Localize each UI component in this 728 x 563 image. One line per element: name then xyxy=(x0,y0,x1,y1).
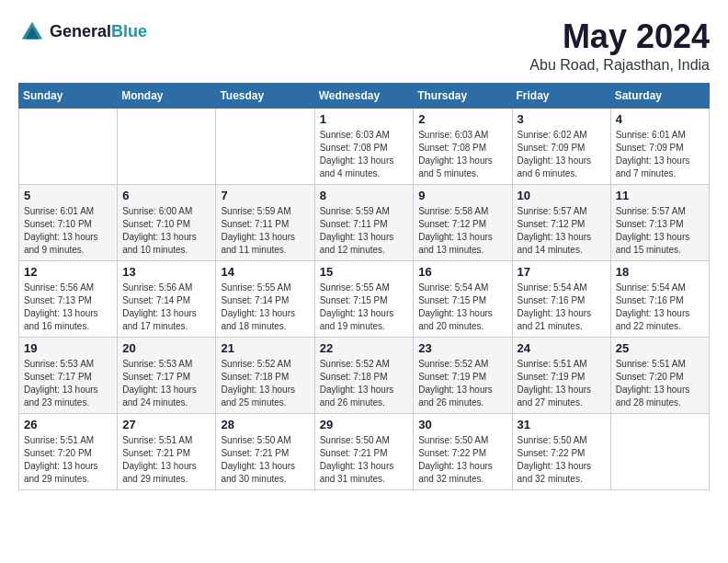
day-number: 28 xyxy=(221,418,309,431)
sunrise-text: Sunrise: 5:55 AM xyxy=(221,282,290,293)
sunset-text: Sunset: 7:11 PM xyxy=(221,219,289,229)
day-info: Sunrise: 5:56 AM Sunset: 7:14 PM Dayligh… xyxy=(122,282,210,333)
day-info: Sunrise: 5:54 AM Sunset: 7:16 PM Dayligh… xyxy=(518,282,606,333)
day-info: Sunrise: 5:54 AM Sunset: 7:16 PM Dayligh… xyxy=(616,282,704,333)
sunset-text: Sunset: 7:16 PM xyxy=(518,295,586,305)
day-info: Sunrise: 5:58 AM Sunset: 7:12 PM Dayligh… xyxy=(418,205,506,257)
sunrise-text: Sunrise: 5:57 AM xyxy=(616,206,686,216)
daylight-text: Daylight: 13 hours and 9 minutes. xyxy=(24,232,98,255)
sunset-text: Sunset: 7:22 PM xyxy=(418,448,486,458)
calendar-day: 14 Sunrise: 5:55 AM Sunset: 7:14 PM Dayl… xyxy=(216,260,314,337)
sunrise-text: Sunrise: 5:53 AM xyxy=(122,359,192,369)
day-info: Sunrise: 5:52 AM Sunset: 7:18 PM Dayligh… xyxy=(221,358,309,409)
sunset-text: Sunset: 7:08 PM xyxy=(320,143,388,153)
sunrise-text: Sunrise: 5:52 AM xyxy=(320,359,390,369)
daylight-text: Daylight: 13 hours and 14 minutes. xyxy=(518,232,592,255)
calendar-day: 8 Sunrise: 5:59 AM Sunset: 7:11 PM Dayli… xyxy=(314,184,414,260)
day-number: 30 xyxy=(418,418,506,431)
calendar-day: 28 Sunrise: 5:50 AM Sunset: 7:21 PM Dayl… xyxy=(216,413,314,489)
week-row-3: 12 Sunrise: 5:56 AM Sunset: 7:13 PM Dayl… xyxy=(19,260,710,337)
header-friday: Friday xyxy=(512,83,610,108)
calendar-day: 2 Sunrise: 6:03 AM Sunset: 7:08 PM Dayli… xyxy=(414,108,512,184)
week-row-1: 1 Sunrise: 6:03 AM Sunset: 7:08 PM Dayli… xyxy=(19,108,710,184)
daylight-text: Daylight: 13 hours and 12 minutes. xyxy=(320,232,394,255)
day-info: Sunrise: 6:03 AM Sunset: 7:08 PM Dayligh… xyxy=(320,129,409,180)
sunrise-text: Sunrise: 5:56 AM xyxy=(24,282,94,293)
daylight-text: Daylight: 13 hours and 25 minutes. xyxy=(221,385,295,408)
sunrise-text: Sunrise: 6:02 AM xyxy=(518,130,587,140)
calendar-day: 30 Sunrise: 5:50 AM Sunset: 7:22 PM Dayl… xyxy=(414,413,512,489)
daylight-text: Daylight: 13 hours and 23 minutes. xyxy=(24,385,98,408)
calendar-day: 10 Sunrise: 5:57 AM Sunset: 7:12 PM Dayl… xyxy=(512,184,610,260)
day-number: 27 xyxy=(122,418,210,431)
sunrise-text: Sunrise: 5:51 AM xyxy=(24,435,94,445)
week-row-2: 5 Sunrise: 6:01 AM Sunset: 7:10 PM Dayli… xyxy=(19,184,710,260)
sunrise-text: Sunrise: 5:59 AM xyxy=(221,206,290,216)
daylight-text: Daylight: 13 hours and 10 minutes. xyxy=(122,232,197,255)
day-info: Sunrise: 5:51 AM Sunset: 7:20 PM Dayligh… xyxy=(616,358,704,409)
location: Abu Road, Rajasthan, India xyxy=(529,57,710,74)
daylight-text: Daylight: 13 hours and 16 minutes. xyxy=(24,308,98,331)
day-info: Sunrise: 6:03 AM Sunset: 7:08 PM Dayligh… xyxy=(418,129,506,180)
sunset-text: Sunset: 7:10 PM xyxy=(24,219,92,229)
daylight-text: Daylight: 13 hours and 11 minutes. xyxy=(221,232,295,255)
calendar-day: 23 Sunrise: 5:52 AM Sunset: 7:19 PM Dayl… xyxy=(414,337,512,413)
day-info: Sunrise: 5:52 AM Sunset: 7:19 PM Dayligh… xyxy=(418,358,506,409)
day-number: 8 xyxy=(320,189,409,202)
sunrise-text: Sunrise: 5:52 AM xyxy=(221,359,290,369)
day-info: Sunrise: 5:53 AM Sunset: 7:17 PM Dayligh… xyxy=(122,358,210,409)
header-saturday: Saturday xyxy=(610,83,709,108)
daylight-text: Daylight: 13 hours and 32 minutes. xyxy=(418,461,493,484)
calendar-day: 24 Sunrise: 5:51 AM Sunset: 7:19 PM Dayl… xyxy=(512,337,610,413)
day-number: 1 xyxy=(320,112,409,126)
daylight-text: Daylight: 13 hours and 19 minutes. xyxy=(320,308,394,331)
sunrise-text: Sunrise: 6:03 AM xyxy=(320,130,390,140)
calendar-day: 27 Sunrise: 5:51 AM Sunset: 7:21 PM Dayl… xyxy=(118,413,216,489)
calendar-day xyxy=(118,108,216,184)
logo: GeneralBlue xyxy=(18,18,147,46)
day-number: 10 xyxy=(518,189,606,202)
sunset-text: Sunset: 7:12 PM xyxy=(518,219,586,229)
sunset-text: Sunset: 7:21 PM xyxy=(122,448,190,458)
day-info: Sunrise: 5:55 AM Sunset: 7:14 PM Dayligh… xyxy=(221,282,309,333)
calendar-day: 15 Sunrise: 5:55 AM Sunset: 7:15 PM Dayl… xyxy=(314,260,414,337)
week-row-4: 19 Sunrise: 5:53 AM Sunset: 7:17 PM Dayl… xyxy=(19,337,710,413)
day-number: 11 xyxy=(616,189,704,202)
title-section: May 2024 Abu Road, Rajasthan, India xyxy=(529,18,710,74)
daylight-text: Daylight: 13 hours and 18 minutes. xyxy=(221,308,295,331)
day-info: Sunrise: 5:56 AM Sunset: 7:13 PM Dayligh… xyxy=(24,282,112,333)
day-number: 18 xyxy=(616,265,704,279)
sunset-text: Sunset: 7:13 PM xyxy=(616,219,684,229)
day-number: 12 xyxy=(24,265,112,279)
sunrise-text: Sunrise: 5:50 AM xyxy=(418,435,488,445)
day-number: 31 xyxy=(518,418,606,431)
day-number: 16 xyxy=(418,265,506,279)
logo-text: GeneralBlue xyxy=(50,23,147,41)
day-info: Sunrise: 6:02 AM Sunset: 7:09 PM Dayligh… xyxy=(518,129,606,180)
calendar-day: 12 Sunrise: 5:56 AM Sunset: 7:13 PM Dayl… xyxy=(19,260,118,337)
header-sunday: Sunday xyxy=(19,83,118,108)
day-info: Sunrise: 5:50 AM Sunset: 7:21 PM Dayligh… xyxy=(320,434,409,486)
daylight-text: Daylight: 13 hours and 7 minutes. xyxy=(616,155,690,178)
daylight-text: Daylight: 13 hours and 26 minutes. xyxy=(320,385,394,408)
sunset-text: Sunset: 7:09 PM xyxy=(518,143,586,153)
sunrise-text: Sunrise: 5:53 AM xyxy=(24,359,94,369)
calendar-day: 29 Sunrise: 5:50 AM Sunset: 7:21 PM Dayl… xyxy=(314,413,414,489)
sunset-text: Sunset: 7:21 PM xyxy=(221,448,289,458)
calendar-day xyxy=(216,108,314,184)
day-info: Sunrise: 6:01 AM Sunset: 7:09 PM Dayligh… xyxy=(616,129,704,180)
calendar-day xyxy=(610,413,709,489)
sunrise-text: Sunrise: 5:50 AM xyxy=(320,435,390,445)
daylight-text: Daylight: 13 hours and 15 minutes. xyxy=(616,232,690,255)
day-number: 5 xyxy=(24,189,112,202)
day-number: 14 xyxy=(221,265,309,279)
sunrise-text: Sunrise: 5:50 AM xyxy=(221,435,290,445)
sunrise-text: Sunrise: 5:56 AM xyxy=(122,282,192,293)
calendar-day: 11 Sunrise: 5:57 AM Sunset: 7:13 PM Dayl… xyxy=(610,184,709,260)
daylight-text: Daylight: 13 hours and 22 minutes. xyxy=(616,308,690,331)
day-info: Sunrise: 6:01 AM Sunset: 7:10 PM Dayligh… xyxy=(24,205,112,257)
sunset-text: Sunset: 7:15 PM xyxy=(320,295,388,305)
weekday-header-row: Sunday Monday Tuesday Wednesday Thursday… xyxy=(19,83,710,108)
sunrise-text: Sunrise: 5:59 AM xyxy=(320,206,390,216)
sunset-text: Sunset: 7:18 PM xyxy=(221,372,289,382)
